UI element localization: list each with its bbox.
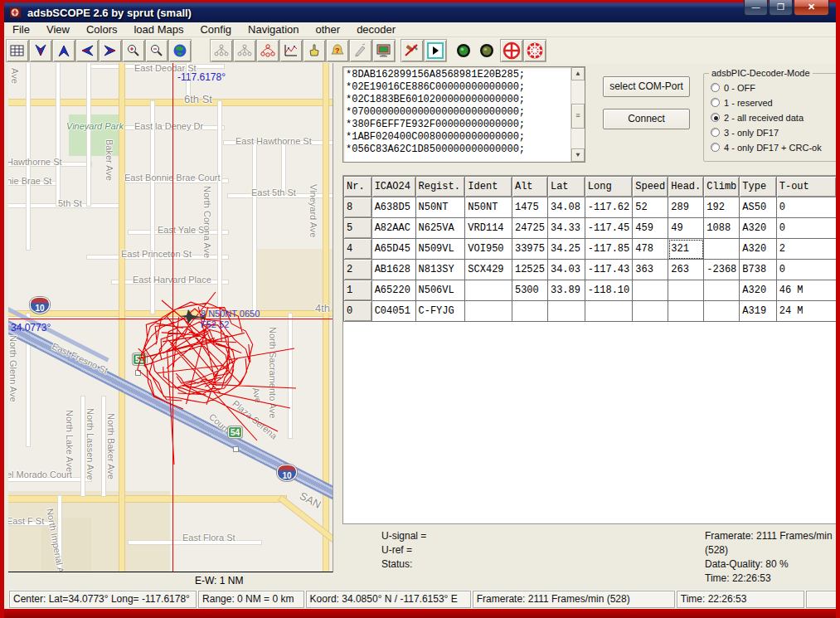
- aircraft-cell[interactable]: AB1628: [371, 260, 415, 280]
- aircraft-cell[interactable]: -117.62: [585, 197, 632, 218]
- aircraft-cell[interactable]: 0: [776, 197, 836, 218]
- aircraft-cell[interactable]: 46 M: [776, 280, 836, 301]
- aircraft-cell[interactable]: 5300: [512, 280, 547, 301]
- aircraft-cell[interactable]: -117.43: [585, 260, 632, 280]
- aircraft-cell[interactable]: 459: [633, 218, 668, 239]
- menu-item-load-maps[interactable]: load Maps: [125, 22, 192, 36]
- raw-frames-list[interactable]: *8DAB162899156A8568981E20B285;*02E19016C…: [342, 66, 585, 163]
- aircraft-cell[interactable]: 263: [668, 260, 704, 280]
- aircraft-cell[interactable]: SCX429: [465, 260, 512, 280]
- antenna-gray1-button[interactable]: [210, 39, 233, 62]
- wheel-button[interactable]: [523, 39, 546, 62]
- aircraft-cell[interactable]: C04051: [371, 301, 415, 322]
- edit-button[interactable]: [349, 39, 372, 62]
- decoder-mode-option-4[interactable]: 4 - only DF17 + CRC-ok: [711, 140, 838, 154]
- aircraft-cell[interactable]: -118.10: [585, 280, 632, 301]
- led-green-button[interactable]: [452, 39, 475, 62]
- hand-button[interactable]: [303, 39, 326, 62]
- decoder-mode-option-1[interactable]: 1 - reserved: [711, 95, 838, 109]
- scroll-up-button[interactable]: ▲: [571, 67, 585, 80]
- menu-item-file[interactable]: File: [4, 22, 38, 36]
- menu-item-colors[interactable]: Colors: [78, 22, 126, 36]
- aircraft-cell[interactable]: A65D45: [371, 239, 415, 260]
- decoder-mode-option-0[interactable]: 0 - OFF: [711, 80, 838, 95]
- select-com-port-button[interactable]: select COM-Port: [603, 76, 690, 97]
- aircraft-cell[interactable]: 24 M: [776, 301, 836, 322]
- scroll-thumb[interactable]: ≡: [571, 104, 585, 129]
- row-number-cell[interactable]: 1: [344, 280, 372, 301]
- menu-item-other[interactable]: other: [307, 22, 348, 36]
- arrow-left-button[interactable]: [75, 39, 99, 62]
- aircraft-cell[interactable]: A82AAC: [371, 218, 415, 239]
- aircraft-cell[interactable]: -117.45: [585, 218, 632, 239]
- minimize-button[interactable]: —: [744, 0, 768, 16]
- map-view[interactable]: East Deodar StAve6th StVineyard ParkEast…: [8, 63, 333, 572]
- aircraft-cell[interactable]: 0: [776, 218, 836, 239]
- radio-icon[interactable]: [711, 128, 720, 137]
- aircraft-cell[interactable]: 34.33: [547, 218, 585, 239]
- radio-icon[interactable]: [711, 83, 720, 92]
- aircraft-cell[interactable]: C-FYJG: [415, 301, 465, 322]
- aircraft-cell[interactable]: [585, 301, 632, 322]
- aircraft-cell[interactable]: 363: [633, 260, 668, 280]
- aircraft-cell[interactable]: 321: [668, 239, 704, 260]
- connect-button[interactable]: Connect: [603, 109, 690, 129]
- aircraft-cell[interactable]: 1088: [704, 218, 740, 239]
- radio-icon[interactable]: [711, 113, 720, 122]
- zoom-out-button[interactable]: [145, 39, 168, 62]
- aircraft-cell[interactable]: A320: [740, 218, 776, 239]
- aircraft-cell[interactable]: 52: [633, 197, 668, 218]
- zoom-in-button[interactable]: [122, 39, 145, 62]
- aircraft-cell[interactable]: -2368: [704, 260, 740, 280]
- aircraft-cell[interactable]: 24725: [512, 218, 547, 239]
- restore-button[interactable]: ❐: [769, 0, 793, 16]
- aircraft-cell[interactable]: [547, 301, 585, 322]
- menu-item-navigation[interactable]: Navigation: [240, 22, 307, 36]
- aircraft-cell[interactable]: N509VL: [415, 239, 465, 260]
- aircraft-cell[interactable]: [465, 301, 512, 322]
- antenna-red-button[interactable]: [256, 39, 279, 62]
- aircraft-cell[interactable]: A319: [740, 301, 776, 322]
- aircraft-cell[interactable]: 49: [668, 218, 704, 239]
- aircraft-cell[interactable]: 34.03: [547, 260, 585, 280]
- alarm-button[interactable]: ?: [326, 39, 349, 62]
- aircraft-cell[interactable]: A638D5: [371, 197, 415, 218]
- aircraft-cell[interactable]: 0: [776, 260, 836, 280]
- decoder-mode-option-3[interactable]: 3 - only DF17: [711, 125, 838, 139]
- chart-button[interactable]: [279, 39, 303, 62]
- aircraft-cell[interactable]: A320: [740, 280, 776, 301]
- aircraft-cell[interactable]: A65220: [371, 280, 415, 301]
- raw-frames-scrollbar[interactable]: ▲ ≡ ▼: [571, 67, 585, 162]
- aircraft-cell[interactable]: AS50: [740, 197, 776, 218]
- aircraft-cell[interactable]: N50NT: [465, 197, 512, 218]
- row-number-cell[interactable]: 4: [344, 239, 372, 260]
- radio-icon[interactable]: [711, 143, 720, 152]
- row-number-cell[interactable]: 2: [344, 260, 372, 280]
- aircraft-cell[interactable]: N625VA: [415, 218, 465, 239]
- menu-item-decoder[interactable]: decoder: [348, 22, 404, 36]
- globe-button[interactable]: [168, 39, 192, 62]
- arrow-up-button[interactable]: [52, 39, 75, 62]
- aircraft-cell[interactable]: [633, 301, 668, 322]
- aircraft-cell[interactable]: [465, 280, 512, 301]
- aircraft-cell[interactable]: 12525: [512, 260, 547, 280]
- decoder-mode-option-2[interactable]: 2 - all received data: [711, 110, 838, 124]
- aircraft-cell[interactable]: 2: [776, 239, 836, 260]
- aircraft-cell[interactable]: VOI950: [465, 239, 512, 260]
- aircraft-cell[interactable]: VRD114: [465, 218, 512, 239]
- menu-item-config[interactable]: Config: [192, 22, 240, 36]
- aircraft-cell[interactable]: B738: [740, 260, 776, 280]
- aircraft-cell[interactable]: 192: [704, 197, 740, 218]
- arrow-down-button[interactable]: [29, 39, 52, 62]
- target-button[interactable]: [500, 39, 523, 62]
- aircraft-cell[interactable]: -117.85: [585, 239, 632, 260]
- table-button[interactable]: [6, 39, 29, 62]
- scroll-down-button[interactable]: ▼: [571, 148, 585, 162]
- aircraft-cell[interactable]: 33975: [512, 239, 547, 260]
- aircraft-cell[interactable]: 34.25: [547, 239, 585, 260]
- arrow-right-button[interactable]: [99, 39, 122, 62]
- monitor-button[interactable]: [372, 39, 396, 62]
- tools-button[interactable]: [401, 39, 424, 62]
- play-button[interactable]: [424, 39, 447, 62]
- aircraft-cell[interactable]: [668, 301, 704, 322]
